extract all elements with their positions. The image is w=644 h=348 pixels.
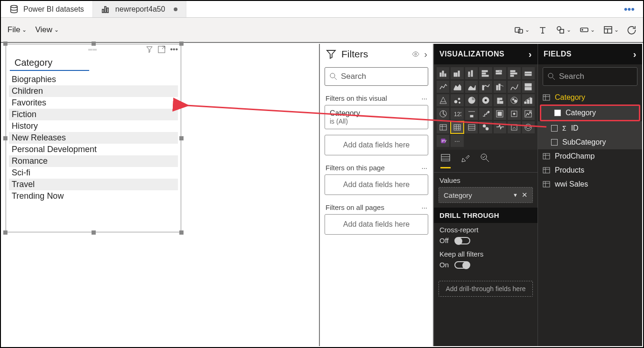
table-row[interactable]: Romance (9, 155, 178, 167)
table-category[interactable]: Category (538, 90, 642, 104)
viz-type-36[interactable]: ··· (451, 135, 463, 147)
table-row[interactable]: Favorites (9, 97, 178, 109)
file-menu[interactable]: File⌄ (7, 25, 27, 35)
remove-icon[interactable]: ✕ (522, 191, 528, 199)
view-menu[interactable]: View⌄ (35, 25, 59, 35)
collapse-icon[interactable]: › (633, 49, 637, 60)
fields-tab[interactable] (440, 153, 451, 168)
viz-type-32[interactable] (494, 121, 506, 133)
viz-type-16[interactable] (465, 94, 478, 106)
filter-card-category[interactable]: Category is (All) (325, 105, 428, 129)
more-options-button[interactable]: ••• (616, 1, 643, 17)
report-canvas[interactable]: ══ ••• Category BiographiesChildrenFavor… (2, 44, 319, 346)
viz-type-27[interactable] (522, 108, 535, 120)
checkbox-icon[interactable] (551, 125, 558, 132)
table-row[interactable]: New Releases (9, 132, 178, 144)
table-row[interactable]: Personal Development (9, 144, 178, 155)
viz-type-11[interactable] (494, 81, 506, 93)
viz-type-6[interactable] (522, 67, 535, 79)
section-more-icon[interactable]: ··· (421, 203, 427, 211)
viz-type-10[interactable] (479, 81, 492, 93)
table-visual[interactable]: ══ ••• Category BiographiesChildrenFavor… (6, 44, 181, 232)
field-subcategory-column[interactable]: SubCategory (538, 135, 642, 149)
viz-type-5[interactable] (508, 67, 520, 79)
viz-type-26[interactable] (508, 108, 520, 120)
checkbox-checked-icon[interactable] (554, 110, 561, 116)
collapse-icon[interactable]: › (529, 49, 532, 60)
fields-search-input[interactable]: Search (543, 67, 637, 86)
checkbox-icon[interactable] (551, 139, 558, 146)
table-products[interactable]: Products (538, 163, 642, 177)
viz-type-18[interactable] (494, 94, 506, 106)
focus-mode-icon[interactable] (158, 46, 165, 53)
viz-type-35[interactable]: PY (437, 135, 449, 147)
table-row[interactable]: History (9, 120, 178, 132)
viz-type-0[interactable] (437, 67, 449, 79)
viz-type-24[interactable] (479, 108, 492, 120)
section-more-icon[interactable]: ··· (421, 94, 427, 102)
table-row[interactable]: Sci-fi (9, 167, 178, 179)
viz-type-13[interactable] (522, 81, 535, 93)
filter-icon[interactable] (146, 46, 153, 53)
viz-type-28[interactable] (437, 121, 449, 133)
cross-report-toggle[interactable] (454, 237, 470, 244)
table-row[interactable]: Children (9, 85, 178, 97)
viz-type-7[interactable] (437, 81, 449, 93)
visual-filter-dropzone[interactable]: Add data fields here (325, 135, 428, 155)
viz-type-1[interactable] (451, 67, 463, 79)
table-row[interactable]: Travel (9, 179, 178, 190)
tab-datasets[interactable]: Power BI datasets (1, 1, 93, 17)
viz-type-20[interactable] (522, 94, 535, 106)
collapse-icon[interactable]: › (424, 49, 427, 60)
viz-type-12[interactable] (508, 81, 520, 93)
more-icon[interactable]: ••• (170, 45, 178, 54)
buttons-button[interactable]: ⌄ (580, 25, 595, 35)
viz-type-22[interactable]: 123 (451, 108, 463, 120)
eye-icon[interactable] (412, 50, 419, 58)
field-category-column[interactable]: Category (541, 106, 639, 120)
table-prodchamp[interactable]: ProdChamp (538, 149, 642, 163)
section-more-icon[interactable]: ··· (421, 164, 427, 172)
viz-type-17[interactable] (479, 94, 492, 106)
viz-type-30[interactable] (465, 121, 478, 133)
svg-point-55 (514, 100, 517, 103)
field-id-column[interactable]: Σ ID (538, 121, 642, 135)
viz-type-31[interactable] (479, 121, 492, 133)
report-filter-dropzone[interactable]: Add data fields here (325, 214, 428, 235)
viz-type-25[interactable] (494, 108, 506, 120)
page-filter-dropzone[interactable]: Add data fields here (325, 174, 428, 195)
table-row[interactable]: Fiction (9, 109, 178, 120)
refresh-button[interactable] (627, 25, 637, 35)
values-chip-category[interactable]: Category ▼ ✕ (439, 187, 533, 203)
viz-type-23[interactable] (465, 108, 478, 120)
analytics-tab[interactable] (480, 153, 490, 168)
viz-type-2[interactable] (465, 67, 478, 79)
format-tab[interactable] (460, 153, 470, 168)
drillthrough-dropzone[interactable]: Add drill-through fields here (439, 281, 533, 297)
viz-type-9[interactable] (465, 81, 478, 93)
table-row[interactable]: Biographies (9, 74, 178, 85)
text-box-button[interactable] (538, 25, 547, 35)
table-row[interactable]: Trending Now (9, 190, 178, 202)
tab-report[interactable]: newreport4a50 (93, 1, 186, 17)
viz-type-34[interactable] (522, 121, 535, 133)
table-wwi-sales[interactable]: wwi Sales (538, 177, 642, 191)
layout-button[interactable]: ⌄ (603, 25, 619, 35)
viz-type-4[interactable] (494, 67, 506, 79)
keep-filters-toggle[interactable] (454, 261, 470, 269)
viz-type-14[interactable] (437, 94, 449, 106)
viz-type-15[interactable] (451, 94, 463, 106)
drag-handle-icon[interactable]: ══ (88, 46, 97, 53)
drillthrough-header: DRILL THROUGH (434, 208, 538, 223)
viz-type-21[interactable] (437, 108, 449, 120)
viz-type-8[interactable] (451, 81, 463, 93)
shapes-button[interactable]: ⌄ (556, 25, 571, 35)
chevron-down-icon[interactable]: ▼ (513, 192, 518, 198)
svg-rect-71 (454, 125, 460, 130)
viz-type-3[interactable] (479, 67, 492, 79)
visual-interactions-button[interactable]: ⌄ (514, 25, 530, 35)
filters-search-input[interactable]: Search (325, 67, 428, 86)
viz-type-33[interactable] (508, 121, 520, 133)
viz-type-29[interactable] (451, 121, 463, 133)
viz-type-19[interactable] (508, 94, 520, 106)
